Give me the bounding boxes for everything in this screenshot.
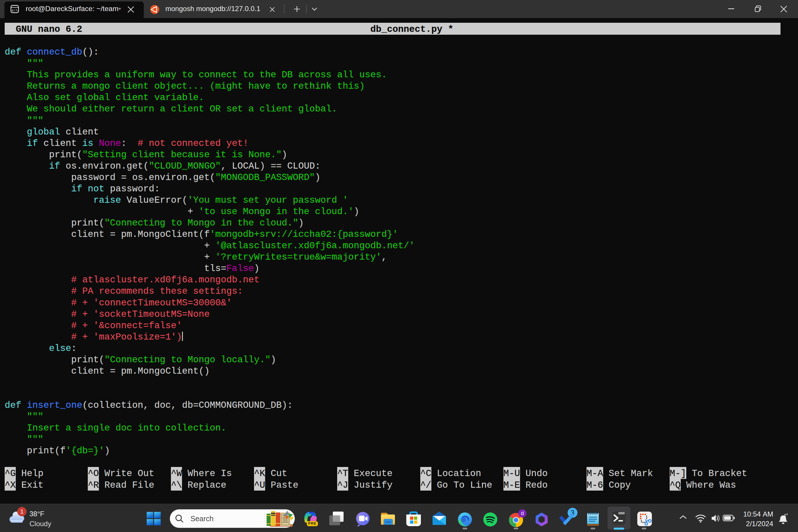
svg-text:c:\: c:\: [12, 9, 18, 12]
svg-text:z: z: [786, 513, 788, 516]
svg-text:z: z: [784, 513, 786, 517]
